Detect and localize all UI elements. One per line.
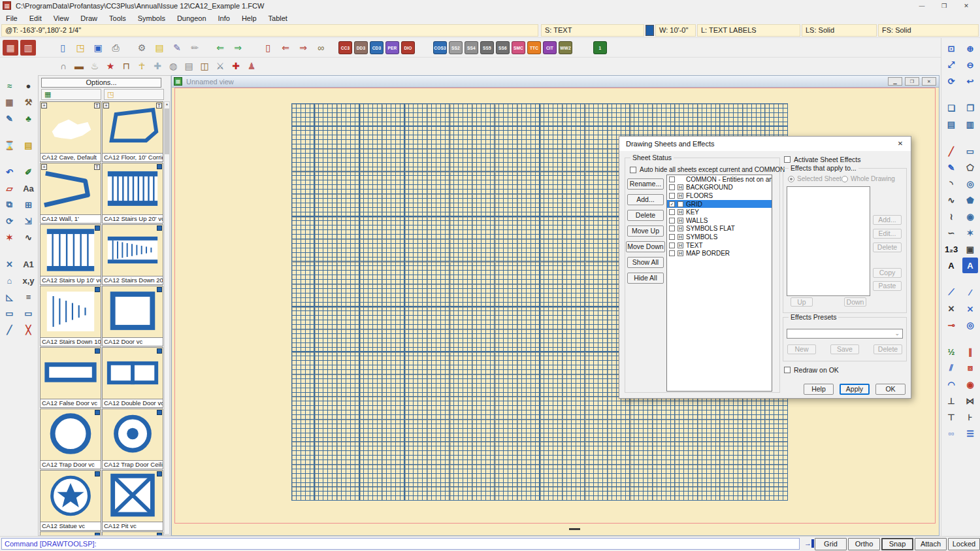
drawing-properties-icon[interactable]: ⚙ <box>134 40 150 56</box>
symbol-catalog-prev-icon[interactable]: ⇐ <box>278 40 293 56</box>
redraw-icon[interactable]: ⟳ <box>943 73 959 89</box>
notes-stack-icon[interactable]: ▤ <box>21 137 37 153</box>
sheet-hide-box[interactable]: H <box>678 209 683 215</box>
sheet-row-map[interactable]: HMAP BORDER <box>667 249 772 258</box>
cc3-catalog-chip[interactable]: CC3 <box>338 41 352 54</box>
ww2-catalog-chip[interactable]: WW2 <box>559 41 572 54</box>
symbol-arch[interactable] <box>102 531 163 535</box>
sheet-row-key[interactable]: HKEY <box>667 208 772 216</box>
blob-tool-icon[interactable]: ◉ <box>962 209 978 224</box>
drafting-tools-icon[interactable]: ⚒ <box>21 94 37 110</box>
cd3-catalog-chip[interactable]: CD3 <box>370 41 384 54</box>
inner-box-icon[interactable]: ⧈ <box>962 360 978 376</box>
symbol-ca12-stairs-up-20-vc[interactable]: CA12 Stairs Up 20' vc <box>102 163 163 224</box>
stairs-symbols-icon[interactable]: ▤ <box>182 59 196 73</box>
weapon-symbols-icon[interactable]: ⚔ <box>213 59 227 73</box>
snap-toggle-button[interactable]: Snap <box>881 538 913 550</box>
cave-symbols-icon[interactable]: ∩ <box>56 59 71 73</box>
sketch-tool-icon[interactable]: ✎ <box>943 159 959 175</box>
selected-sheet-radio[interactable] <box>788 176 794 182</box>
current-color-swatch[interactable] <box>645 25 654 36</box>
sheet-hide-box[interactable] <box>678 201 683 207</box>
circle-tool-icon[interactable]: ◎ <box>962 176 978 192</box>
sheet-hide-box[interactable]: H <box>678 250 683 256</box>
symbol-ca12-stairs-down-20-[interactable]: CA12 Stairs Down 20' <box>102 224 163 285</box>
vegetation-tool-icon[interactable]: ♣ <box>21 110 37 126</box>
ortho-toggle-button[interactable]: Ortho <box>848 538 880 550</box>
tag-marker-icon[interactable]: T <box>156 103 162 109</box>
multipoly-tool-icon[interactable]: ✶ <box>962 225 978 241</box>
ss6-catalog-chip[interactable]: SS6 <box>496 41 510 54</box>
scrollbar-up-icon[interactable]: ▲ <box>165 102 169 108</box>
zoom-history-icon[interactable]: ⌛ <box>2 137 18 153</box>
expand-marker-icon[interactable]: + <box>103 103 109 109</box>
dock-pin-icon[interactable]: → <box>804 539 814 548</box>
undo-icon[interactable]: ↶ <box>2 164 18 180</box>
sheet-visible-checkbox[interactable] <box>669 184 675 190</box>
sheet-hide-box[interactable]: H <box>678 225 683 231</box>
path-tool-icon[interactable]: ∿ <box>943 192 959 208</box>
rotate-entity-icon[interactable]: ⟳ <box>2 213 18 229</box>
symbol-ca12-cave-default[interactable]: +TCA12 Cave, Default <box>40 101 101 162</box>
dimension-tool-icon[interactable]: 1₂3 <box>943 241 959 257</box>
symbol-ca12-stairs-up-10-vc[interactable]: CA12 Stairs Up 10' vc <box>40 224 101 285</box>
box-draw-icon[interactable]: ▭ <box>2 305 18 321</box>
symbol-ca12-false-door-vc[interactable]: CA12 False Door vc <box>40 347 101 408</box>
print-icon[interactable]: ⎙ <box>108 40 123 56</box>
sheet-visible-checkbox[interactable] <box>669 176 675 182</box>
sheet-row-grid[interactable]: ✓GRID <box>667 200 772 209</box>
new-drawing-icon[interactable]: ▯ <box>55 40 71 56</box>
sheet-visible-checkbox[interactable] <box>669 234 675 240</box>
shield-symbols-icon[interactable]: ◍ <box>166 59 180 73</box>
edit-text-icon[interactable]: ✎ <box>169 40 185 56</box>
ankh-symbols-icon[interactable]: ☥ <box>135 59 149 73</box>
box-tool-icon[interactable]: ▭ <box>962 143 978 159</box>
sheet-list[interactable]: COMMON - Entities not on anyHBACKGROUNDH… <box>666 175 772 392</box>
node-line-icon[interactable]: ⟋ <box>943 284 959 300</box>
dd3-catalog-chip[interactable]: DD3 <box>354 41 368 54</box>
concentric-icon[interactable]: ◉ <box>962 376 978 392</box>
text-properties-icon[interactable]: Aa <box>21 180 37 196</box>
polygon-tool-icon[interactable]: ⬠ <box>962 159 978 175</box>
catalog-settings-button[interactable]: ▦ <box>41 89 101 100</box>
symbol-catalog-browse-icon[interactable]: ∞ <box>313 40 329 56</box>
move-down-button[interactable]: Move Down <box>626 241 665 252</box>
layer-field[interactable]: L: TEXT LABELS <box>697 24 800 37</box>
annual-1-chip[interactable]: 1 <box>593 41 607 54</box>
sheet-row-symbols[interactable]: HSYMBOLS FLAT <box>667 225 772 233</box>
symbol-ca12-trap-door-vc[interactable]: CA12 Trap Door vc <box>40 409 101 469</box>
auto-hide-checkbox[interactable] <box>630 167 636 173</box>
bring-front-icon[interactable]: ❏ <box>943 100 959 116</box>
view-title-bar[interactable]: ▦ Unnamed view ▁ ❐ ✕ <box>172 76 939 88</box>
sheet-hide-box[interactable]: H <box>678 234 683 240</box>
symbol-ca12-floor-10-corrid[interactable]: +TCA12 Floor, 10' Corrid <box>102 101 163 162</box>
fill-style-field[interactable]: FS: Solid <box>878 24 979 37</box>
tag-marker-icon[interactable]: T <box>94 164 100 170</box>
pentagram-symbols-icon[interactable]: ★ <box>103 59 118 73</box>
attach-toggle-button[interactable]: Attach <box>915 538 947 550</box>
move-up-button[interactable]: Move Up <box>627 225 664 237</box>
ss5-catalog-chip[interactable]: SS5 <box>480 41 494 54</box>
offset-lines-icon[interactable]: ≡ <box>21 289 37 305</box>
activate-effects-checkbox[interactable] <box>784 156 791 163</box>
creature-symbols-icon[interactable]: ♟ <box>244 59 259 73</box>
sheet-row-floors[interactable]: HFLOORS <box>667 192 772 200</box>
river-tool-icon[interactable]: ≈ <box>2 78 18 93</box>
ttc-catalog-chip[interactable]: TTC <box>527 41 541 54</box>
view-restore-button[interactable]: ❐ <box>905 77 919 86</box>
effects-list[interactable] <box>787 186 870 296</box>
expand-marker-icon[interactable]: + <box>41 164 47 170</box>
symbol-ca12-statue-vc[interactable]: CA12 Statue vc <box>40 470 101 531</box>
symbol-ca12-pit-vc[interactable]: CA12 Pit vc <box>102 470 163 531</box>
wall-junction-icon[interactable]: ⊥ <box>943 393 959 409</box>
cit-catalog-chip[interactable]: CIT <box>543 41 557 54</box>
center-point-icon[interactable]: ◎ <box>962 317 978 333</box>
line-style-field[interactable]: LS: Solid <box>802 24 877 37</box>
open-drawing-icon[interactable]: ◳ <box>73 40 88 56</box>
text-tool-icon[interactable]: A <box>943 258 959 273</box>
tag-marker-icon[interactable]: T <box>94 103 100 109</box>
sheet-visible-checkbox[interactable]: ✓ <box>669 201 675 207</box>
smooth-path-icon[interactable]: ≀ <box>943 209 959 224</box>
symbol-ca12-door-vc[interactable]: CA12 Door vc <box>102 286 163 346</box>
heal-symbols-icon[interactable]: ✚ <box>229 59 243 73</box>
